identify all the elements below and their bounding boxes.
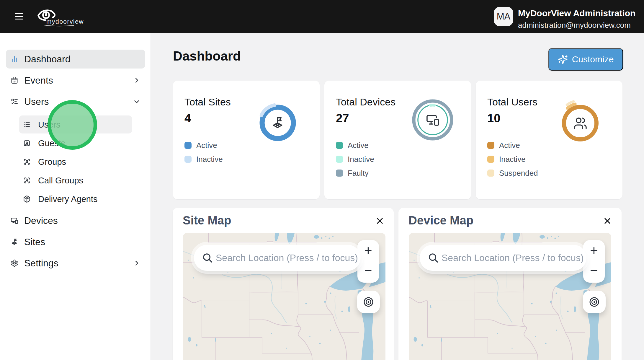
- site-map[interactable]: + −: [183, 233, 385, 360]
- stat-title: Total Sites: [184, 97, 231, 107]
- sidebar-item-devices[interactable]: Devices: [6, 211, 145, 230]
- legend-label: Active: [196, 141, 217, 150]
- site-flag-icon: [11, 238, 18, 246]
- sidebar-subitem-label: Users: [38, 120, 61, 129]
- legend-label: Inactive: [348, 155, 374, 164]
- stat-card-total-devices: Total Devices 27 Active: [324, 81, 471, 199]
- sidebar-subitem-label: Call Groups: [38, 175, 83, 185]
- stat-value: 10: [487, 112, 501, 124]
- sidebar-item-label: Dashboard: [24, 54, 71, 65]
- stat-value: 4: [184, 112, 191, 124]
- map-search-box: [420, 245, 586, 271]
- sidebar-subitem-guests[interactable]: Guests: [19, 134, 132, 152]
- search-icon: [428, 252, 439, 263]
- legend-swatch: [487, 142, 494, 149]
- stat-card-total-users: Total Users 10 Active: [476, 81, 622, 199]
- close-icon[interactable]: [376, 217, 384, 225]
- site-map-card: Site Map + −: [173, 208, 394, 360]
- sidebar: Dashboard Events U: [0, 33, 151, 360]
- sites-donut-chart: [253, 98, 303, 148]
- stat-title: Total Devices: [336, 97, 395, 107]
- brand-text: mydoorview: [46, 18, 84, 25]
- user-email: administration@mydoorview.com: [518, 21, 631, 30]
- topbar: mydoorview MA MyDoorView Administration …: [0, 0, 644, 33]
- group-frame-icon: [23, 177, 31, 184]
- sidebar-item-users[interactable]: Users: [6, 92, 145, 111]
- sidebar-item-label: Events: [24, 75, 53, 86]
- guest-card-icon: [23, 139, 31, 147]
- sidebar-item-sites[interactable]: Sites: [6, 232, 145, 251]
- brand-logo[interactable]: mydoorview: [37, 6, 87, 28]
- users-donut-chart: [555, 98, 605, 148]
- legend-swatch: [336, 156, 343, 163]
- target-icon: [363, 297, 374, 307]
- legend-swatch: [336, 170, 343, 177]
- legend-label: Faulty: [348, 169, 369, 178]
- sidebar-item-events[interactable]: Events: [6, 71, 145, 90]
- site-flag-icon: [273, 118, 282, 128]
- calendar-icon: [11, 76, 18, 84]
- sidebar-item-label: Settings: [24, 258, 58, 269]
- sidebar-subitem-call-groups[interactable]: Call Groups: [19, 171, 132, 189]
- stat-title: Total Users: [487, 97, 537, 107]
- map-card-title: Device Map: [408, 214, 473, 227]
- legend-swatch: [184, 142, 192, 149]
- sidebar-subitem-users[interactable]: Users: [19, 115, 132, 133]
- chevron-down-icon: [133, 98, 140, 105]
- chevron-right-icon: [133, 76, 140, 84]
- sidebar-subitem-label: Guests: [38, 138, 65, 148]
- avatar[interactable]: MA: [494, 7, 513, 26]
- target-icon: [589, 297, 600, 307]
- menu-icon[interactable]: [15, 13, 23, 20]
- sidebar-subitem-label: Delivery Agents: [38, 194, 98, 204]
- legend-swatch: [184, 156, 192, 163]
- legend-swatch: [336, 142, 343, 149]
- monitor-smartphone-icon: [427, 115, 439, 125]
- bar-chart-icon: [11, 55, 18, 63]
- legend-label: Inactive: [196, 155, 223, 164]
- group-frame-icon: [23, 158, 31, 166]
- legend-swatch: [487, 156, 494, 163]
- page-title: Dashboard: [173, 50, 241, 63]
- map-card-title: Site Map: [183, 214, 231, 227]
- sidebar-item-label: Users: [24, 96, 49, 107]
- sparkles-icon: [558, 54, 568, 64]
- package-icon: [23, 195, 31, 203]
- search-icon: [202, 252, 213, 263]
- list-icon: [23, 121, 31, 128]
- legend-label: Active: [348, 141, 369, 150]
- legend-swatch: [487, 170, 494, 177]
- legend-label: Active: [499, 141, 520, 150]
- sidebar-item-dashboard[interactable]: Dashboard: [6, 50, 145, 69]
- devices-donut-chart: [408, 95, 458, 145]
- list-todo-icon: [11, 98, 18, 105]
- close-icon[interactable]: [603, 217, 612, 225]
- stat-card-total-sites: Total Sites 4 Active: [173, 81, 320, 199]
- locate-button[interactable]: [357, 291, 380, 313]
- sidebar-subitem-delivery-agents[interactable]: Delivery Agents: [19, 190, 132, 208]
- sidebar-subitem-groups[interactable]: Groups: [19, 153, 132, 171]
- monitor-smartphone-icon: [11, 217, 18, 224]
- stat-value: 27: [336, 112, 349, 124]
- gear-icon: [11, 259, 18, 267]
- device-map[interactable]: + −: [409, 233, 611, 360]
- map-search-box: [194, 245, 361, 271]
- legend-label: Inactive: [499, 155, 526, 164]
- sidebar-item-label: Devices: [24, 215, 58, 226]
- users-icon: [575, 118, 586, 128]
- map-search-input[interactable]: [216, 245, 365, 271]
- sidebar-item-label: Sites: [24, 237, 45, 247]
- app-root: mydoorview MA MyDoorView Administration …: [0, 0, 644, 360]
- locate-button[interactable]: [583, 291, 606, 313]
- sidebar-subitem-label: Groups: [38, 157, 66, 167]
- user-name: MyDoorView Administration: [518, 8, 635, 18]
- chevron-right-icon: [133, 259, 140, 267]
- legend-label: Suspended: [499, 169, 538, 178]
- sidebar-item-settings[interactable]: Settings: [6, 254, 145, 273]
- customize-button[interactable]: Customize: [548, 48, 623, 71]
- customize-label: Customize: [572, 54, 614, 64]
- map-search-input[interactable]: [442, 245, 591, 271]
- device-map-card: Device Map + −: [398, 208, 622, 360]
